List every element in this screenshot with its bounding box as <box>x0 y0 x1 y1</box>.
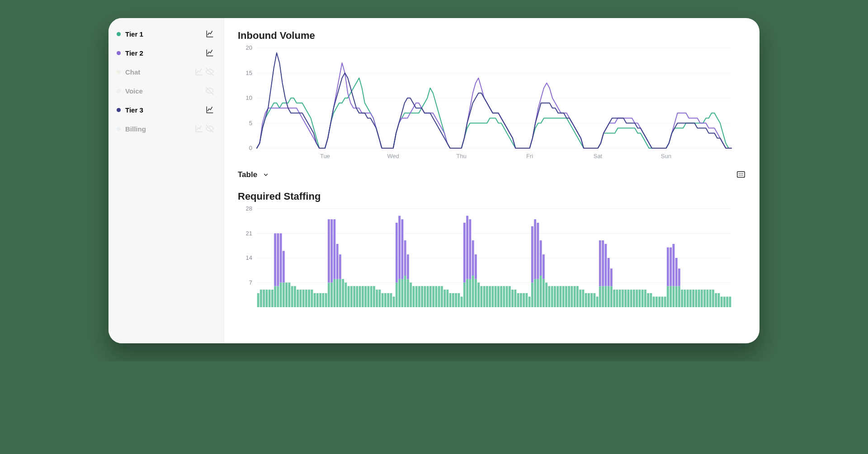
svg-rect-102 <box>435 286 437 307</box>
sidebar-item-label: Voice <box>125 87 143 95</box>
svg-rect-110 <box>458 293 460 307</box>
export-csv-icon[interactable] <box>736 170 746 180</box>
svg-rect-167 <box>590 293 593 307</box>
sidebar-item-label: Tier 1 <box>125 30 143 38</box>
svg-rect-80 <box>387 293 389 307</box>
sidebar: Tier 1Tier 2ChatVoiceTier 3Billing <box>108 18 224 343</box>
line-chart-icon <box>206 49 214 57</box>
required-staffing-chart: 7142128 <box>238 205 746 309</box>
svg-rect-196 <box>658 297 660 307</box>
svg-rect-105 <box>443 290 446 307</box>
svg-rect-115 <box>466 216 468 279</box>
svg-rect-74 <box>370 286 373 307</box>
svg-rect-205 <box>675 286 678 307</box>
svg-text:Fri: Fri <box>526 153 533 159</box>
svg-rect-69 <box>356 286 358 307</box>
sidebar-item-tier-1[interactable]: Tier 1 <box>108 24 224 43</box>
svg-rect-158 <box>565 286 567 307</box>
svg-rect-92 <box>407 254 409 279</box>
line-chart-icon <box>206 106 214 114</box>
svg-rect-72 <box>364 286 367 307</box>
sidebar-item-tier-3[interactable]: Tier 3 <box>108 100 224 119</box>
svg-rect-41 <box>291 286 293 307</box>
svg-rect-37 <box>283 283 285 308</box>
svg-rect-73 <box>367 286 369 307</box>
svg-rect-169 <box>596 297 599 307</box>
svg-rect-168 <box>593 293 595 307</box>
svg-rect-63 <box>339 254 341 279</box>
svg-rect-27 <box>263 290 265 307</box>
table-toggle-label[interactable]: Table <box>238 170 257 179</box>
svg-rect-91 <box>407 279 409 307</box>
sidebar-item-label: Tier 2 <box>125 49 143 57</box>
svg-text:21: 21 <box>246 230 252 237</box>
sidebar-item-voice[interactable]: Voice <box>108 81 224 100</box>
svg-rect-50 <box>316 293 319 307</box>
svg-rect-144 <box>534 219 536 279</box>
svg-rect-176 <box>608 286 610 307</box>
sidebar-item-label: Chat <box>125 68 140 76</box>
svg-rect-117 <box>469 219 471 279</box>
sidebar-item-chat[interactable]: Chat <box>108 62 224 81</box>
svg-rect-94 <box>412 286 415 307</box>
svg-rect-175 <box>604 244 607 286</box>
chevron-down-icon[interactable] <box>262 171 270 179</box>
svg-rect-43 <box>297 290 299 307</box>
svg-rect-99 <box>427 286 429 307</box>
svg-text:Wed: Wed <box>387 153 400 159</box>
svg-rect-140 <box>528 297 531 307</box>
svg-rect-29 <box>269 290 271 307</box>
svg-rect-32 <box>274 234 276 286</box>
svg-rect-129 <box>497 286 500 307</box>
inbound-volume-title: Inbound Volume <box>238 30 746 42</box>
svg-rect-149 <box>542 279 545 307</box>
svg-rect-209 <box>681 290 683 307</box>
svg-rect-207 <box>678 286 680 307</box>
svg-rect-112 <box>463 283 466 308</box>
svg-rect-145 <box>537 279 539 307</box>
svg-rect-194 <box>653 297 655 307</box>
sidebar-item-tier-2[interactable]: Tier 2 <box>108 43 224 62</box>
svg-rect-132 <box>506 286 508 307</box>
svg-rect-118 <box>472 276 474 307</box>
svg-rect-107 <box>449 293 452 307</box>
svg-rect-40 <box>288 283 290 308</box>
svg-rect-181 <box>616 290 618 307</box>
svg-rect-68 <box>353 286 355 307</box>
svg-rect-52 <box>322 293 324 307</box>
svg-rect-180 <box>613 290 615 307</box>
svg-text:0: 0 <box>249 145 252 151</box>
svg-rect-203 <box>672 286 675 307</box>
svg-rect-165 <box>585 293 587 307</box>
inbound-volume-chart: 05101520TueWedThuFriSatSun <box>238 44 746 162</box>
svg-rect-34 <box>277 234 279 286</box>
svg-rect-159 <box>568 286 570 307</box>
svg-rect-101 <box>432 286 434 307</box>
svg-rect-198 <box>664 297 666 307</box>
svg-rect-42 <box>294 286 296 307</box>
svg-rect-109 <box>455 293 457 307</box>
svg-rect-187 <box>633 290 635 307</box>
svg-rect-76 <box>376 290 378 307</box>
svg-rect-67 <box>350 286 353 307</box>
svg-rect-49 <box>314 293 316 307</box>
svg-rect-54 <box>328 283 330 308</box>
svg-rect-124 <box>483 286 486 307</box>
svg-rect-106 <box>446 290 448 307</box>
svg-rect-216 <box>701 290 703 307</box>
svg-rect-192 <box>647 293 649 307</box>
svg-rect-223 <box>721 297 723 307</box>
svg-rect-188 <box>636 290 638 307</box>
svg-rect-136 <box>517 293 519 307</box>
svg-rect-81 <box>390 293 392 307</box>
svg-rect-93 <box>410 283 412 308</box>
svg-rect-147 <box>540 276 542 307</box>
svg-rect-36 <box>280 234 282 283</box>
svg-rect-84 <box>396 223 398 282</box>
svg-text:15: 15 <box>246 70 252 76</box>
svg-rect-82 <box>393 297 395 307</box>
svg-rect-96 <box>418 286 420 307</box>
svg-rect-171 <box>599 240 601 286</box>
sidebar-item-billing[interactable]: Billing <box>108 119 224 138</box>
series-color-dot <box>117 89 121 93</box>
